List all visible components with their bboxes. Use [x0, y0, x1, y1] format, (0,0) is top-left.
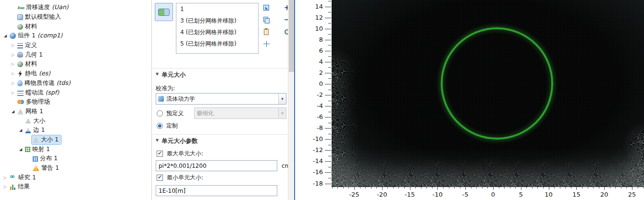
x-axis-minor-tick [615, 187, 616, 188]
x-axis-minor-tick [376, 187, 377, 188]
element-size-section-header[interactable]: ▼ 单元大小 [152, 68, 288, 80]
y-axis-label: 4 [303, 58, 323, 65]
tree-item-label: 结果 [18, 183, 30, 191]
panel-splitter[interactable] [294, 0, 295, 200]
dropdown-arrow-icon[interactable]: ▾ [278, 94, 286, 104]
tree-item-inner: 多物理场 [16, 97, 52, 106]
expanded-arrow-icon[interactable]: ◢ [10, 109, 16, 114]
tree-item[interactable]: ▷稀物质传递 (tds) [0, 79, 151, 88]
x-axis-minor-tick [504, 187, 505, 188]
tree-item-inner: 分布 1 [32, 154, 60, 163]
x-axis-minor-tick [343, 187, 344, 188]
tree-item[interactable]: 多物理场 [0, 97, 151, 107]
boundary-selection-list[interactable]: 13 (已划分网格并移除)4 (已划分网格并移除)5 (已划分网格并移除) [176, 3, 259, 54]
tree-item[interactable]: 材料 [0, 22, 151, 31]
tree-item[interactable]: ◢组件 1 (comp1) [0, 31, 151, 41]
x-axis-tick [354, 187, 355, 190]
collapsed-arrow-icon[interactable]: ▷ [10, 81, 16, 85]
max-element-size-input[interactable] [156, 160, 277, 171]
selection-list-item[interactable]: 1 [176, 3, 258, 15]
min-element-size-label: 最小单元大小: [167, 174, 203, 182]
tree-item-inner: 几何 1 [16, 50, 45, 59]
collapsed-arrow-icon[interactable]: ▷ [10, 43, 16, 47]
tree-item[interactable]: ◢边 1 [0, 126, 151, 135]
element-size-params-title: 单元大小参数 [161, 137, 198, 145]
selection-list-item[interactable]: 5 (已划分网格并移除) [176, 38, 258, 49]
y-axis-tick [325, 51, 331, 51]
tree-item[interactable]: ▷研究 1 [0, 173, 151, 182]
selection-cursor-button[interactable] [261, 3, 271, 12]
check-icon: ✔ [158, 150, 162, 156]
calibrate-for-value: 流体动力学 [166, 95, 278, 103]
y-axis-minor-tick [328, 156, 331, 156]
tree-item[interactable]: ▷蠕动流 (spf) [0, 88, 151, 97]
x-axis-minor-tick [421, 187, 421, 188]
zoom-to-selection-button[interactable] [261, 39, 271, 48]
tree-item-label: 定义 [25, 41, 37, 49]
x-axis-minor-tick [526, 187, 527, 188]
mesh-plot[interactable] [332, 0, 644, 187]
tree-item-inner: 警告 1 [32, 164, 62, 173]
tree-item[interactable]: ▷定义 [0, 41, 151, 50]
element-size-params-section-header[interactable]: ▼ 单元大小参数 [152, 134, 288, 146]
scrollbar-thumb[interactable] [289, 0, 294, 72]
collapsed-arrow-icon[interactable]: ▷ [10, 91, 16, 95]
size-icon [25, 118, 31, 124]
custom-radio[interactable] [157, 123, 163, 129]
edge-icon [25, 127, 31, 133]
tree-item[interactable]: 警告 1 [0, 164, 151, 173]
y-axis-tick [325, 184, 331, 184]
collapsed-arrow-icon[interactable]: ▷ [2, 176, 9, 180]
max-element-size-checkbox[interactable]: ✔ [157, 151, 163, 157]
selection-list-item[interactable]: 4 (已划分网格并移除) [176, 26, 258, 38]
x-axis-minor-tick [543, 187, 544, 188]
predefined-radio-row[interactable]: 预定义 [157, 109, 184, 117]
tree-item[interactable]: ▷几何 1 [0, 50, 151, 59]
collapsed-arrow-icon[interactable]: ▷ [10, 53, 16, 57]
y-axis-minor-tick [328, 134, 331, 134]
tree-item[interactable]: ▷静电 (es) [0, 69, 151, 79]
tree-item[interactable]: ▷材料 [0, 59, 151, 69]
tree-item[interactable]: 默认模型输入 [0, 12, 151, 22]
collapsed-arrow-icon[interactable]: ▷ [10, 71, 16, 76]
x-axis-minor-tick [571, 187, 571, 188]
x-axis-minor-tick [626, 187, 627, 188]
min-element-size-checkbox[interactable]: ✔ [157, 175, 163, 181]
collapsed-arrow-icon[interactable]: ▷ [2, 185, 9, 189]
x-axis-minor-tick [537, 187, 538, 188]
collapsed-arrow-icon[interactable]: ▷ [10, 62, 16, 66]
y-axis-label: -12 [303, 146, 323, 153]
selection-list-item[interactable]: 3 (已划分网格并移除) [176, 15, 258, 26]
tree-item[interactable]: ◢映射 1 [0, 144, 151, 154]
y-axis-label: 2 [303, 69, 323, 76]
expanded-arrow-icon[interactable]: ◢ [17, 128, 24, 132]
tree-item[interactable]: 大小 1 [0, 135, 151, 145]
x-axis-minor-tick [565, 187, 566, 188]
expanded-arrow-icon[interactable]: ◢ [17, 147, 24, 152]
tree-item[interactable]: 滑移速度 (Uan) [0, 3, 151, 12]
paste-selection-button[interactable] [261, 27, 271, 36]
x-axis-label: -10 [428, 191, 447, 198]
geometry-icon [17, 52, 23, 58]
x-axis-minor-tick [554, 187, 555, 188]
calibrate-for-select[interactable]: 流体动力学 ▾ [156, 93, 286, 105]
active-selection-toggle-button[interactable] [155, 3, 173, 21]
tree-item-label: 研究 1 [18, 174, 36, 182]
copy-selection-button[interactable] [261, 15, 271, 24]
tree-item[interactable]: ◢网格 1 [0, 107, 151, 117]
x-axis-tick [437, 187, 438, 190]
results-icon [10, 184, 16, 190]
x-axis-minor-tick [593, 187, 594, 188]
tree-item[interactable]: 分布 1 [0, 154, 151, 164]
custom-radio-row[interactable]: 定制 [157, 122, 178, 129]
tree-item[interactable]: 大小 [0, 116, 151, 126]
tree-item-label: 蠕动流 (spf) [25, 89, 59, 97]
min-element-size-row: ✔ 最小单元大小: [157, 174, 203, 181]
y-axis-minor-tick [328, 1, 331, 1]
settings-scrollbar[interactable] [288, 0, 294, 200]
expanded-arrow-icon[interactable]: ◢ [2, 34, 9, 38]
y-axis-tick [325, 40, 331, 40]
tree-item[interactable]: ▷结果 [0, 182, 151, 192]
predefined-radio[interactable] [157, 110, 163, 117]
min-element-size-input[interactable] [156, 185, 277, 196]
